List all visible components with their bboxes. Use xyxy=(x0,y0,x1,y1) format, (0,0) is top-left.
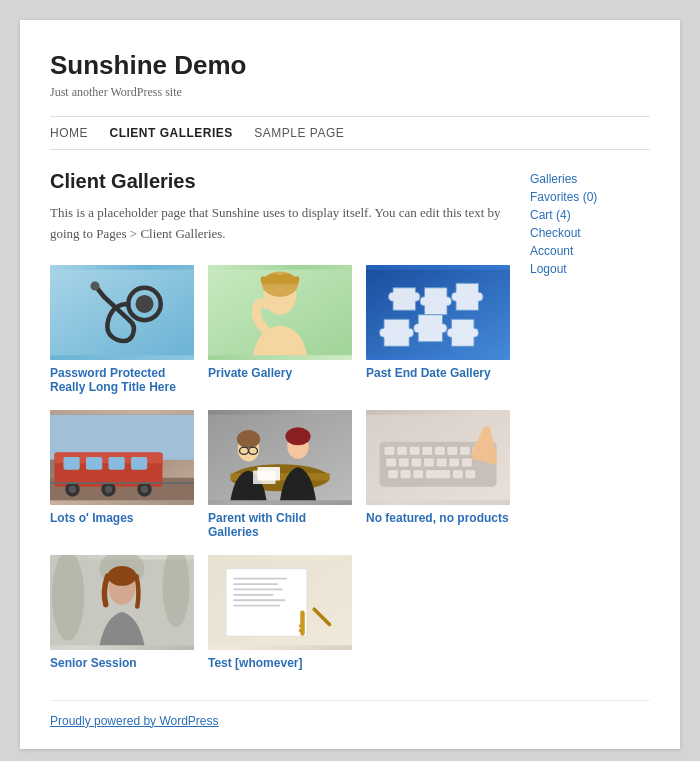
list-item: Past End Date Gallery xyxy=(366,265,510,394)
gallery-thumb-5[interactable] xyxy=(208,410,352,505)
svg-rect-79 xyxy=(299,624,303,627)
svg-rect-42 xyxy=(409,446,420,455)
gallery-label-5[interactable]: Parent with Child Galleries xyxy=(208,511,352,539)
svg-rect-80 xyxy=(299,629,303,632)
svg-point-32 xyxy=(285,427,310,445)
content-area: Client Galleries This is a placeholder p… xyxy=(50,170,650,670)
svg-point-2 xyxy=(136,295,154,313)
list-item: No featured, no products xyxy=(366,410,510,539)
sidebar-link-checkout[interactable]: Checkout xyxy=(530,226,650,240)
sidebar-link-galleries[interactable]: Galleries xyxy=(530,172,650,186)
svg-rect-17 xyxy=(109,457,125,470)
sidebar-link-logout[interactable]: Logout xyxy=(530,262,650,276)
svg-point-5 xyxy=(91,281,100,290)
list-item: Lots o' Images xyxy=(50,410,194,539)
svg-rect-73 xyxy=(233,594,274,596)
sidebar: Galleries Favorites (0) Cart (4) Checkou… xyxy=(530,170,650,670)
gallery-thumb-4[interactable] xyxy=(50,410,194,505)
svg-rect-34 xyxy=(258,467,281,481)
sidebar-link-cart[interactable]: Cart (4) xyxy=(530,208,650,222)
svg-rect-56 xyxy=(400,469,411,478)
page-wrapper: Sunshine Demo Just another WordPress sit… xyxy=(20,20,680,749)
svg-rect-50 xyxy=(411,458,422,467)
svg-rect-74 xyxy=(233,599,285,601)
gallery-label-2[interactable]: Private Gallery xyxy=(208,366,352,380)
svg-point-30 xyxy=(237,430,260,448)
svg-rect-18 xyxy=(131,457,147,470)
svg-rect-57 xyxy=(413,469,424,478)
list-item: Private Gallery xyxy=(208,265,352,394)
svg-rect-43 xyxy=(422,446,433,455)
svg-point-24 xyxy=(141,485,148,492)
nav-home[interactable]: HOME xyxy=(50,126,88,140)
gallery-label-7[interactable]: Senior Session xyxy=(50,656,194,670)
svg-rect-40 xyxy=(384,446,395,455)
svg-rect-51 xyxy=(424,458,435,467)
svg-rect-53 xyxy=(449,458,460,467)
list-item: Senior Session xyxy=(50,555,194,670)
svg-rect-52 xyxy=(436,458,447,467)
gallery-label-1[interactable]: Password Protected Really Long Title Her… xyxy=(50,366,194,394)
svg-rect-75 xyxy=(233,604,280,606)
page-description: This is a placeholder page that Sunshine… xyxy=(50,203,510,245)
svg-rect-55 xyxy=(388,469,399,478)
nav-sample-page[interactable]: SAMPLE PAGE xyxy=(254,126,344,140)
svg-rect-72 xyxy=(233,588,283,590)
sidebar-link-account[interactable]: Account xyxy=(530,244,650,258)
gallery-thumb-1[interactable] xyxy=(50,265,194,360)
sidebar-link-favorites[interactable]: Favorites (0) xyxy=(530,190,650,204)
svg-rect-46 xyxy=(460,446,471,455)
svg-rect-49 xyxy=(398,458,409,467)
svg-rect-58 xyxy=(425,469,450,478)
site-title: Sunshine Demo xyxy=(50,50,650,81)
main-nav: HOME CLIENT GALLERIES SAMPLE PAGE xyxy=(50,116,650,150)
gallery-label-8[interactable]: Test [whomever] xyxy=(208,656,352,670)
svg-rect-59 xyxy=(452,469,463,478)
svg-rect-71 xyxy=(233,583,278,585)
gallery-label-6[interactable]: No featured, no products xyxy=(366,511,510,525)
gallery-thumb-2[interactable] xyxy=(208,265,352,360)
svg-rect-16 xyxy=(86,457,102,470)
gallery-grid: Password Protected Really Long Title Her… xyxy=(50,265,510,670)
gallery-thumb-8[interactable] xyxy=(208,555,352,650)
list-item: Parent with Child Galleries xyxy=(208,410,352,539)
gallery-thumb-7[interactable] xyxy=(50,555,194,650)
gallery-label-3[interactable]: Past End Date Gallery xyxy=(366,366,510,380)
svg-rect-60 xyxy=(465,469,476,478)
footer-powered-by[interactable]: Proudly powered by WordPress xyxy=(50,714,219,728)
main-content: Client Galleries This is a placeholder p… xyxy=(50,170,510,670)
svg-rect-15 xyxy=(64,457,80,470)
svg-rect-48 xyxy=(386,458,397,467)
list-item: Password Protected Really Long Title Her… xyxy=(50,265,194,394)
gallery-thumb-6[interactable] xyxy=(366,410,510,505)
site-tagline: Just another WordPress site xyxy=(50,85,650,100)
nav-client-galleries[interactable]: CLIENT GALLERIES xyxy=(110,126,233,140)
footer: Proudly powered by WordPress xyxy=(50,700,650,729)
svg-rect-45 xyxy=(447,446,458,455)
svg-rect-41 xyxy=(397,446,408,455)
svg-point-67 xyxy=(108,566,137,586)
gallery-label-4[interactable]: Lots o' Images xyxy=(50,511,194,525)
svg-point-22 xyxy=(105,485,112,492)
svg-rect-70 xyxy=(233,577,287,579)
svg-rect-54 xyxy=(461,458,472,467)
page-title: Client Galleries xyxy=(50,170,510,193)
gallery-thumb-3[interactable] xyxy=(366,265,510,360)
svg-rect-44 xyxy=(434,446,445,455)
list-item: Test [whomever] xyxy=(208,555,352,670)
svg-point-20 xyxy=(69,485,76,492)
